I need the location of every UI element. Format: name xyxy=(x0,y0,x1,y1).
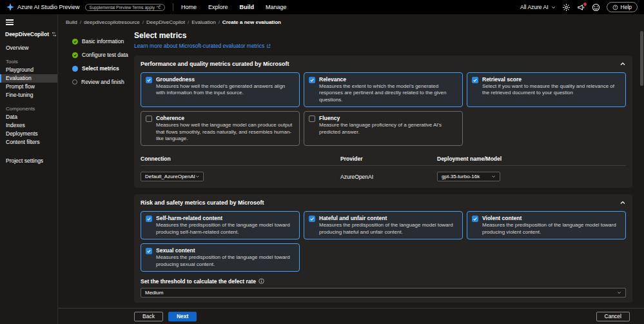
sidebar-item-overview[interactable]: Overview xyxy=(0,44,57,52)
checkbox[interactable] xyxy=(309,216,315,222)
sidebar-item-playground[interactable]: Playground xyxy=(0,66,57,74)
metric-card-self-harm[interactable]: Self-harm-related content Measures the p… xyxy=(141,211,300,239)
quality-card-title: Performance and quality metrics curated … xyxy=(141,61,289,67)
connection-table: Connection Provider Deployment name/Mode… xyxy=(141,152,626,183)
cancel-button[interactable]: Cancel xyxy=(596,312,630,321)
metric-desc: Measures the predisposition of the langu… xyxy=(482,222,621,236)
metric-card-groundedness[interactable]: Groundedness Measures how well the model… xyxy=(141,72,300,107)
main-content: Select metrics Learn more about Microsof… xyxy=(134,31,632,308)
sidebar-item-project-settings[interactable]: Project settings xyxy=(0,157,57,165)
checkbox[interactable] xyxy=(472,216,478,222)
deployment-select[interactable]: gpt-35-turbo-16k xyxy=(437,172,500,181)
learn-more-link[interactable]: Learn more about Microsoft-curated evalu… xyxy=(134,43,271,49)
step-select-metrics[interactable]: Select metrics xyxy=(72,65,134,72)
step-configure-test-data[interactable]: Configure test data xyxy=(72,52,134,58)
sidebar-section-tools: Tools xyxy=(0,58,57,66)
metric-card-fluency[interactable]: Fluency Measure the language proficiency… xyxy=(304,111,463,146)
metric-card-coherence[interactable]: Coherence Measures how well the language… xyxy=(141,111,300,146)
breadcrumb: Build / deepdivecopilotresource / DeepDi… xyxy=(58,14,644,30)
connection-select[interactable]: Default_AzureOpenAI xyxy=(141,172,204,181)
threshold-label: Set the threshold to calculate the defec… xyxy=(141,278,256,285)
topbar: Azure AI Studio Preview Supplemental Pre… xyxy=(0,0,644,14)
announcements-icon[interactable] xyxy=(577,3,585,12)
safety-card-header: Risk and safety metrics curated by Micro… xyxy=(141,199,626,206)
breadcrumb-evaluation[interactable]: Evaluation xyxy=(191,19,215,25)
threshold-select[interactable]: Medium xyxy=(141,288,626,298)
sidebar-item-indexes[interactable]: Indexes xyxy=(0,121,57,130)
back-button[interactable]: Back xyxy=(134,312,163,321)
metric-name: Fluency xyxy=(319,115,458,121)
checkbox[interactable] xyxy=(146,116,152,122)
checkbox[interactable] xyxy=(146,248,152,254)
preview-terms-badge[interactable]: Supplemental Preview Terms apply xyxy=(85,4,165,11)
account-switcher[interactable]: All Azure AI xyxy=(520,4,555,10)
metric-desc: Measures the predisposition of the langu… xyxy=(156,222,295,236)
metric-desc: Measures the predisposition of the langu… xyxy=(319,222,458,236)
azure-ai-studio-logo-icon[interactable] xyxy=(6,3,14,11)
checkbox[interactable] xyxy=(146,77,152,83)
breadcrumb-build[interactable]: Build xyxy=(66,19,77,25)
topbar-right: All Azure AI Help xyxy=(520,2,638,12)
sidebar-item-fine-tuning[interactable]: Fine-tuning xyxy=(0,91,57,99)
breadcrumb-resource[interactable]: deepdivecopilotresource xyxy=(84,19,140,25)
metric-card-hateful-unfair[interactable]: Hateful and unfair content Measures the … xyxy=(304,211,463,239)
project-switcher[interactable]: DeepDiveCopilot xyxy=(0,31,57,37)
threshold-label-row: Set the threshold to calculate the defec… xyxy=(141,278,626,285)
metric-name: Relevance xyxy=(319,76,458,83)
checkbox[interactable] xyxy=(472,77,478,83)
collapse-chevron-up-icon[interactable] xyxy=(620,61,626,67)
vertical-scrollbar[interactable] xyxy=(640,31,643,307)
info-icon[interactable] xyxy=(259,278,264,284)
safety-metrics-card: Risk and safety metrics curated by Micro… xyxy=(134,194,632,303)
help-button[interactable]: Help xyxy=(607,2,638,12)
metric-desc: Measures how well the model's generated … xyxy=(156,83,295,97)
sidebar-item-prompt-flow[interactable]: Prompt flow xyxy=(0,83,57,91)
connection-table-row: Default_AzureOpenAI AzureOpenAI gpt-35-t… xyxy=(141,166,626,183)
sidebar-item-data[interactable]: Data xyxy=(0,113,57,121)
step-current-icon xyxy=(72,66,78,72)
breadcrumb-project[interactable]: DeepDiveCopilot xyxy=(146,19,185,25)
metric-desc: Select if you want to measure the qualit… xyxy=(482,83,621,97)
step-label: Select metrics xyxy=(82,65,119,72)
topbar-left: Azure AI Studio Preview Supplemental Pre… xyxy=(6,3,287,11)
checkbox[interactable] xyxy=(146,216,152,222)
metric-card-retrieval-score[interactable]: Retrieval score Select if you want to me… xyxy=(467,72,626,107)
sidebar-item-evaluation[interactable]: Evaluation xyxy=(0,74,57,83)
scrollbar-thumb[interactable] xyxy=(640,31,643,86)
settings-gear-icon[interactable] xyxy=(562,3,571,12)
sidebar-item-content-filters[interactable]: Content filters xyxy=(0,138,57,147)
nav-home[interactable]: Home xyxy=(181,4,197,10)
azure-ai-studio-app: Azure AI Studio Preview Supplemental Pre… xyxy=(0,0,644,324)
nav-explore[interactable]: Explore xyxy=(208,4,228,10)
notification-dot xyxy=(583,3,587,6)
metric-card-violent[interactable]: Violent content Measures the predisposit… xyxy=(467,211,626,239)
collapse-chevron-up-icon[interactable] xyxy=(620,199,626,206)
metric-desc: Measures how well the language model can… xyxy=(156,122,295,142)
switch-project-icon xyxy=(52,32,57,37)
external-link-icon xyxy=(266,44,271,48)
nav-manage[interactable]: Manage xyxy=(266,4,287,10)
metric-desc: Measures the predisposition of the langu… xyxy=(156,254,295,268)
safety-metric-grid: Self-harm-related content Measures the p… xyxy=(141,211,626,272)
learn-more-label: Learn more about Microsoft-curated evalu… xyxy=(134,43,264,49)
nav-build[interactable]: Build xyxy=(240,4,255,10)
metric-name: Violent content xyxy=(482,215,621,221)
app-title[interactable]: Azure AI Studio Preview xyxy=(17,4,80,10)
metric-card-sexual[interactable]: Sexual content Measures the predispositi… xyxy=(141,243,300,272)
breadcrumb-current-page: Create a new evaluation xyxy=(222,19,281,25)
checkbox[interactable] xyxy=(309,116,315,122)
checkbox[interactable] xyxy=(309,77,315,83)
step-label: Review and finish xyxy=(81,79,124,85)
step-review-and-finish[interactable]: Review and finish xyxy=(72,79,134,85)
threshold-value: Medium xyxy=(145,290,163,296)
metric-card-relevance[interactable]: Relevance Measures the extent to which t… xyxy=(304,72,463,107)
quality-metrics-card: Performance and quality metrics curated … xyxy=(134,56,632,188)
hamburger-menu-icon[interactable] xyxy=(6,19,14,25)
next-button[interactable]: Next xyxy=(168,312,197,321)
deployment-value: gpt-35-turbo-16k xyxy=(442,174,480,179)
breadcrumb-separator: / xyxy=(219,19,220,25)
feedback-smiley-icon[interactable] xyxy=(592,3,600,12)
step-basic-information[interactable]: Basic information xyxy=(72,38,134,45)
sidebar-item-deployments[interactable]: Deployments xyxy=(0,130,57,138)
column-header-connection: Connection xyxy=(141,156,340,162)
